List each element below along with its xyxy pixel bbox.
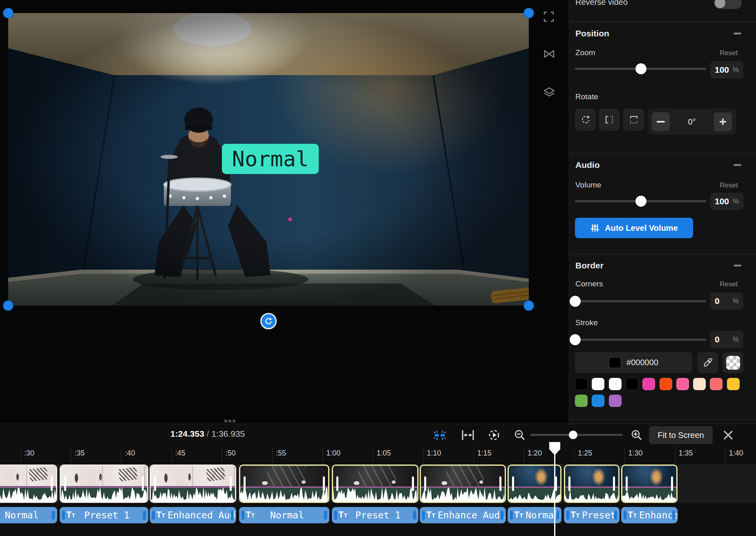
chip-right-handle[interactable] (231, 511, 234, 520)
timeline-zoom-in-icon[interactable] (630, 428, 643, 442)
text-track-chip[interactable]: Normal (0, 507, 57, 523)
transparent-color-button[interactable] (722, 352, 743, 373)
color-swatch[interactable] (676, 378, 689, 390)
selection-handle-bottom-right[interactable] (523, 300, 534, 311)
auto-level-volume-button[interactable]: Auto Level Volume (575, 218, 693, 238)
chip-right-handle[interactable] (672, 511, 675, 520)
zoom-reset-button[interactable]: Reset (720, 49, 738, 57)
corners-slider[interactable] (575, 300, 706, 302)
color-swatch[interactable] (727, 378, 740, 390)
clip-waveform (61, 486, 147, 502)
stroke-value-field[interactable]: 0 % (710, 331, 743, 348)
stroke-slider[interactable] (575, 339, 706, 341)
flip-horizontal-button[interactable] (599, 109, 620, 131)
clip-out-marker (51, 476, 53, 491)
eyedropper-button[interactable] (697, 352, 718, 373)
chip-left-handle[interactable] (566, 511, 569, 520)
color-swatch[interactable] (642, 378, 655, 390)
timeline-zoom-out-icon[interactable] (513, 428, 526, 442)
timeline-clip[interactable] (508, 465, 561, 503)
color-swatch[interactable] (609, 378, 622, 390)
selection-handle-bottom-left[interactable] (3, 300, 13, 311)
text-track-chip[interactable]: TTEnhanced Audio (150, 507, 236, 523)
stroke-slider-knob[interactable] (570, 334, 581, 345)
selection-handle-top-left[interactable] (3, 8, 13, 18)
volume-slider-knob[interactable] (635, 196, 646, 207)
corners-value-field[interactable]: 0 % (710, 293, 743, 310)
chip-right-handle[interactable] (501, 511, 503, 520)
chip-right-handle[interactable] (143, 511, 146, 520)
timeline-clip[interactable] (150, 465, 236, 503)
rotate-increase-button[interactable] (714, 112, 732, 131)
fit-to-screen-button[interactable]: Fit to Screen (649, 426, 713, 444)
layers-icon[interactable] (543, 86, 556, 99)
chip-left-handle[interactable] (152, 511, 155, 520)
color-swatch[interactable] (693, 378, 706, 390)
timeline-zoom-slider[interactable] (530, 434, 623, 436)
collapse-audio-icon[interactable] (734, 164, 741, 166)
chip-right-handle[interactable] (556, 511, 559, 520)
playhead-line[interactable] (554, 444, 555, 536)
rotate-90-button[interactable] (575, 109, 596, 131)
zoom-slider-knob[interactable] (635, 63, 646, 74)
text-track-chip[interactable]: TTPreset 1 (60, 507, 148, 523)
timeline-clip[interactable] (420, 465, 506, 503)
text-track-chip[interactable]: TTPreset 1 (332, 507, 418, 523)
reverse-video-toggle[interactable] (714, 0, 742, 9)
trim-to-selection-icon[interactable] (461, 428, 474, 442)
color-swatch[interactable] (609, 395, 622, 407)
corners-reset-button[interactable]: Reset (720, 280, 738, 288)
timeline-clip[interactable] (0, 465, 57, 503)
text-track-chip[interactable]: TTPreset 1 (564, 507, 620, 523)
border-color-input[interactable]: #000000 (575, 352, 692, 373)
color-swatch[interactable] (575, 395, 588, 407)
chip-left-handle[interactable] (334, 511, 337, 520)
split-clip-icon[interactable] (433, 428, 446, 442)
chip-left-handle[interactable] (422, 511, 425, 520)
volume-slider[interactable] (575, 200, 706, 202)
color-swatch[interactable] (575, 378, 588, 390)
caption-overlay[interactable]: Normal (222, 144, 319, 174)
text-track-chip[interactable]: TTNormal (508, 507, 561, 523)
timeline-zoom-knob[interactable] (569, 431, 577, 439)
loop-playback-icon[interactable] (488, 428, 501, 442)
timeline-resize-handle[interactable] (224, 420, 235, 422)
chip-left-handle[interactable] (242, 511, 244, 520)
flip-vertical-button[interactable] (623, 109, 644, 131)
chip-right-handle[interactable] (614, 511, 617, 520)
volume-reset-button[interactable]: Reset (720, 181, 738, 190)
rotate-selection-handle[interactable] (260, 313, 277, 329)
collapse-border-icon[interactable] (734, 265, 741, 266)
color-swatch[interactable] (710, 378, 722, 390)
chip-right-handle[interactable] (324, 511, 327, 520)
chip-left-handle[interactable] (624, 511, 626, 520)
color-swatch[interactable] (592, 395, 604, 407)
timeline-clip[interactable] (564, 465, 620, 503)
chip-left-handle[interactable] (62, 511, 65, 520)
corners-slider-knob[interactable] (570, 296, 581, 307)
selection-handle-top-right[interactable] (523, 8, 534, 18)
chip-right-handle[interactable] (52, 511, 55, 520)
zoom-slider[interactable] (575, 68, 706, 70)
timeline-clip[interactable] (621, 465, 678, 503)
zoom-value-field[interactable]: 100 % (710, 61, 743, 78)
color-swatch[interactable] (660, 378, 672, 390)
timeline-clip[interactable] (239, 465, 329, 503)
chip-right-handle[interactable] (413, 511, 416, 520)
close-timeline-icon[interactable] (722, 428, 735, 442)
color-swatch[interactable] (592, 378, 604, 390)
transition-icon[interactable] (543, 47, 556, 60)
volume-value-field[interactable]: 100 % (710, 193, 743, 210)
clip-thumbnail (421, 466, 505, 486)
text-track-chip[interactable]: TTEnhanced Audio (621, 507, 678, 523)
color-swatch[interactable] (626, 378, 638, 390)
text-track-chip[interactable]: TTNormal (239, 507, 329, 523)
collapse-position-icon[interactable] (734, 33, 741, 34)
timeline-clip[interactable] (332, 465, 418, 503)
total-duration: 1:36.935 (211, 429, 245, 438)
fullscreen-icon[interactable] (543, 11, 556, 24)
timeline-clip[interactable] (60, 465, 148, 503)
chip-left-handle[interactable] (510, 511, 513, 520)
timeline-ruler[interactable]: :30:35:40:45:50:551:001:051:101:151:201:… (0, 446, 756, 465)
text-track-chip[interactable]: TTEnhance Audio (420, 507, 506, 523)
